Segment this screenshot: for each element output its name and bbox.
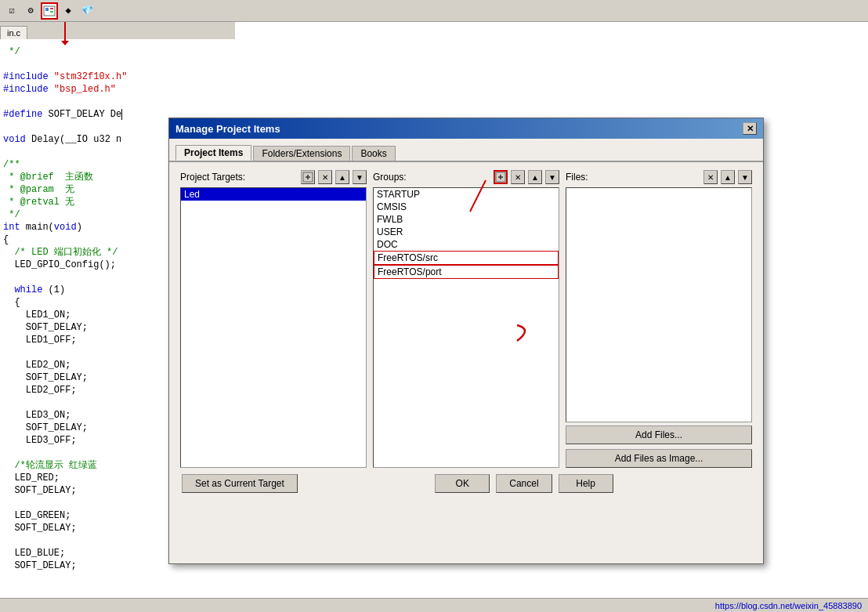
move-group-up-btn[interactable]: ▲ [528,170,542,184]
tab-bar: in.c [0,22,235,39]
code-line [3,271,169,284]
dialog-main-buttons: OK Cancel Help [298,474,750,493]
toolbar-manage-icon[interactable] [41,2,58,20]
files-label: Files: [566,172,700,183]
tab-books[interactable]: Books [352,146,395,161]
code-line: LED2_ON; [3,359,169,371]
dialog-footer: Set as Current Target OK Cancel Help [180,474,752,493]
code-line [3,346,169,359]
add-files-button[interactable]: Add Files... [566,426,752,444]
dialog-close-button[interactable]: ✕ [743,122,757,135]
code-line: LED1_ON; [3,309,169,321]
tab-in-c[interactable]: in.c [0,26,27,39]
code-line: LED3_ON; [3,409,169,422]
toolbar-diamond-icon[interactable]: ◆ [60,2,77,20]
code-line: LED1_OFF; [3,334,169,346]
code-line: /* LED 端口初始化 */ [3,246,169,259]
code-line [3,397,169,409]
code-line: #define SOFT_DELAY De [3,108,169,121]
delete-target-btn[interactable]: ✕ [318,170,332,184]
files-column: Files: ✕ ▲ ▼ Add Files... Add Files as I… [566,170,752,468]
toolbar-gem-icon[interactable]: 💎 [78,2,96,20]
project-targets-list[interactable]: Led [180,187,367,468]
code-line: while (1) [3,284,169,296]
code-line: LED2_OFF; [3,384,169,397]
delete-group-btn[interactable]: ✕ [511,170,525,184]
code-line: */ [3,208,169,221]
code-line [3,447,169,459]
code-line: { [3,296,169,309]
group-item-cmsis[interactable]: CMSIS [374,201,559,213]
code-line: LED3_OFF; [3,434,169,447]
code-line: int main(void) [3,221,169,234]
svg-rect-3 [50,11,53,13]
columns-container: Project Targets: ✕ ▲ ▼ Led Groups: [180,170,752,468]
add-files-as-image-button[interactable]: Add Files as Image... [566,449,752,468]
add-files-section: Add Files... Add Files as Image... [566,426,752,468]
code-line: /*轮流显示 红绿蓝 [3,459,169,472]
set-as-current-target-button[interactable]: Set as Current Target [182,474,298,493]
group-item-freertos-port[interactable]: FreeRTOS/port [374,265,559,279]
move-group-down-btn[interactable]: ▼ [545,170,559,184]
add-target-btn[interactable] [301,170,315,184]
target-item-led[interactable]: Led [181,188,366,201]
code-line [3,58,169,71]
help-button[interactable]: Help [559,474,613,493]
code-line: #include "bsp_led.h" [3,83,169,96]
code-line [3,96,169,108]
code-line: LED_GREEN; [3,509,169,522]
groups-label: Groups: [373,172,490,183]
group-item-fwlb[interactable]: FWLB [374,213,559,226]
ok-button[interactable]: OK [435,474,490,493]
code-editor[interactable]: */ #include "stm32f10x.h" #include "bsp_… [0,39,172,612]
project-targets-label: Project Targets: [180,172,298,183]
code-line: /** [3,158,169,171]
toolbar: ☑ ⚙ ◆ 💎 [0,0,868,22]
dialog-body: Project Targets: ✕ ▲ ▼ Led Groups: [169,162,763,540]
move-target-up-btn[interactable]: ▲ [335,170,349,184]
status-url: https://blog.csdn.net/weixin_45883890 [715,601,862,610]
manage-project-items-dialog: Manage Project Items ✕ Project Items Fol… [168,118,764,564]
code-line: SOFT_DELAY; [3,559,169,572]
code-line [3,121,169,133]
tab-folders-extensions[interactable]: Folders/Extensions [253,146,350,161]
files-list[interactable] [566,187,752,422]
svg-rect-1 [45,8,49,11]
group-item-startup[interactable]: STARTUP [374,188,559,201]
files-header: Files: ✕ ▲ ▼ [566,170,752,184]
code-line: * @param 无 [3,183,169,196]
group-item-user[interactable]: USER [374,226,559,238]
code-line [3,534,169,547]
cancel-button[interactable]: Cancel [496,474,552,493]
move-file-down-btn[interactable]: ▼ [738,170,752,184]
groups-header: Groups: ✕ ▲ ▼ [373,170,559,184]
groups-column: Groups: ✕ ▲ ▼ STARTUP CMSIS FWLB USER DO… [373,170,559,468]
code-line: SOFT_DELAY; [3,522,169,534]
add-group-btn[interactable] [494,170,508,184]
code-line: SOFT_DELAY; [3,371,169,384]
group-item-doc[interactable]: DOC [374,238,559,251]
group-item-freertos-src[interactable]: FreeRTOS/src [374,251,559,265]
toolbar-check-icon[interactable]: ☑ [3,2,20,20]
code-line: LED_RED; [3,472,169,484]
status-bar: https://blog.csdn.net/weixin_45883890 [0,598,868,612]
code-line: LED_BLUE; [3,547,169,559]
dialog-titlebar: Manage Project Items ✕ [169,118,763,139]
code-line: SOFT_DELAY; [3,321,169,334]
code-line: */ [3,45,169,58]
code-line: { [3,234,169,246]
tab-project-items[interactable]: Project Items [175,145,251,161]
code-line: SOFT_DELAY; [3,484,169,497]
project-targets-header: Project Targets: ✕ ▲ ▼ [180,170,367,184]
code-line: LED_GPIO_Config(); [3,259,169,271]
move-target-down-btn[interactable]: ▼ [353,170,367,184]
delete-file-btn[interactable]: ✕ [703,170,718,184]
code-line: SOFT_DELAY; [3,422,169,434]
groups-list[interactable]: STARTUP CMSIS FWLB USER DOC FreeRTOS/src… [373,187,559,468]
svg-rect-2 [50,8,53,9]
move-file-up-btn[interactable]: ▲ [721,170,735,184]
toolbar-wrench-icon[interactable]: ⚙ [22,2,39,20]
code-line: * @brief 主函数 [3,171,169,183]
code-line [3,497,169,509]
code-line: void Delay(__IO u32 n [3,133,169,146]
